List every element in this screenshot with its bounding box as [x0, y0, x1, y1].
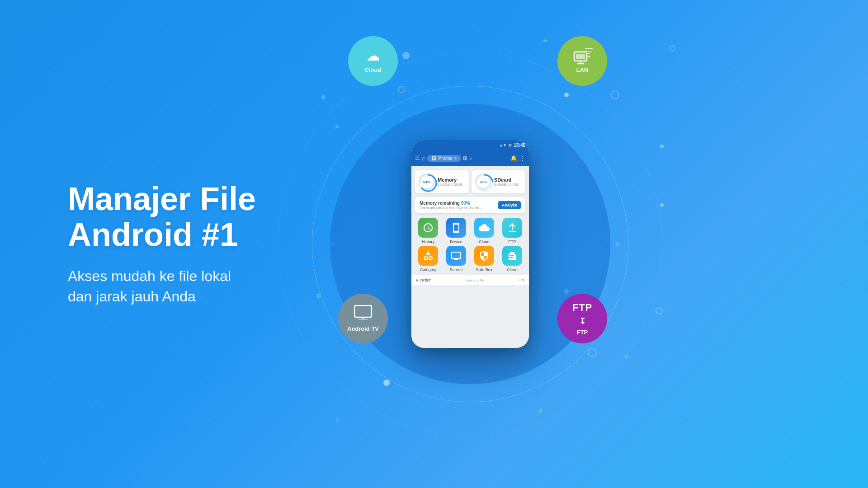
app-icon-device[interactable]: Device — [443, 218, 469, 244]
hamburger-icon[interactable]: ☰ — [415, 155, 420, 161]
phone-footer: Function delete a file × ♥ — [411, 275, 529, 285]
phone-toolbar: ☰ ⌂ 🖼 Photos × ⊞ ♪ 🔔 ⋮ — [411, 150, 529, 166]
sdcard-progress-circle: 21% — [475, 174, 491, 190]
sdcard-card: 21% SDcard 0.49GB / 64GB — [472, 170, 525, 193]
music-icon[interactable]: ♪ — [469, 155, 472, 161]
ftp-app-label: FTP — [509, 239, 516, 244]
analyze-button[interactable]: Analyze — [498, 201, 521, 209]
screen-label: Screen — [450, 267, 463, 272]
memory-cards-row: 64% Memory 16.8GB / 20GB 21% — [411, 166, 529, 197]
tv-icon — [354, 305, 372, 323]
phone-mockup: ▲▼ ≋ 15:45 ☰ ⌂ 🖼 Photos × ⊞ ♪ 🔔 ⋮ — [411, 140, 529, 348]
lan-corner-icon[interactable]: LAN — [557, 36, 607, 86]
cloud-corner-icon[interactable]: ☁ Cloud — [348, 36, 398, 86]
bell-icon[interactable]: 🔔 — [510, 155, 517, 161]
footer-function-label: Function — [416, 278, 432, 282]
cloud-app-icon-box — [474, 218, 494, 238]
ftp-icon: FTP — [572, 302, 593, 314]
memory-remaining-percent: 90% — [461, 201, 470, 206]
ftp-app-icon-box — [502, 218, 522, 238]
wifi-status-icon: ≋ — [508, 143, 512, 148]
memory-progress-circle: 64% — [419, 174, 435, 190]
category-icon-box — [418, 246, 438, 266]
memory-remaining-bar: Memory remaining 90% There are parts of … — [415, 197, 525, 213]
memory-size: 16.8GB / 20GB — [438, 183, 462, 187]
ftp-corner-icon[interactable]: FTP ↧ FTP — [557, 294, 607, 343]
photos-tab[interactable]: 🖼 Photos × — [427, 155, 461, 162]
app-icon-category[interactable]: Category — [415, 246, 441, 272]
svg-rect-4 — [354, 305, 372, 317]
sdcard-percent: 21% — [480, 180, 487, 184]
ftp-arrow-icon: ↧ — [579, 316, 586, 326]
sub-title-text: Akses mudah ke file lokaldan jarak jauh … — [68, 268, 231, 305]
sdcard-label: SDcard — [494, 177, 519, 183]
safebox-label: Safe Box — [476, 267, 493, 272]
app-icon-cloud[interactable]: Cloud — [471, 218, 497, 244]
android-tv-label: Android TV — [347, 325, 379, 332]
android-tv-corner-icon[interactable]: Android TV — [338, 294, 388, 343]
clean-label: Clean — [507, 267, 518, 272]
screen-icon-box — [446, 246, 466, 266]
signal-icon: ▲▼ — [500, 143, 507, 147]
sub-title: Akses mudah ke file lokaldan jarak jauh … — [68, 266, 256, 307]
more-icon[interactable]: ⋮ — [519, 155, 525, 162]
close-footer-icon[interactable]: × ♥ — [519, 278, 524, 282]
main-title-text: Manajer FileAndroid #1 — [68, 181, 256, 253]
main-title: Manajer FileAndroid #1 — [68, 181, 256, 253]
footer-hint: delete a file — [466, 278, 484, 282]
clean-icon-box — [502, 246, 522, 266]
phone-status-bar: ▲▼ ≋ 15:45 — [411, 140, 529, 150]
safebox-icon-box — [474, 246, 494, 266]
device-label: Device — [450, 239, 462, 244]
tab-label: Photos — [438, 156, 452, 161]
app-icon-clean[interactable]: Clean — [499, 246, 525, 272]
memory-remaining-label: Memory remaining 90% — [420, 201, 482, 206]
grid-icon[interactable]: ⊞ — [463, 155, 467, 161]
cloud-app-label: Cloud — [479, 239, 490, 244]
tab-icon: 🖼 — [432, 156, 436, 161]
memory-percent: 64% — [423, 180, 430, 184]
category-label: Category — [420, 267, 437, 272]
app-icon-screen[interactable]: Screen — [443, 246, 469, 272]
app-icon-safebox[interactable]: Safe Box — [471, 246, 497, 272]
app-icon-ftp[interactable]: FTP — [499, 218, 525, 244]
history-label: History — [422, 239, 434, 244]
cloud-icon: ☁ — [367, 49, 379, 64]
history-icon-box — [418, 218, 438, 238]
svg-rect-1 — [576, 54, 585, 59]
tab-close-icon[interactable]: × — [454, 156, 457, 161]
ftp-label: FTP — [577, 329, 588, 336]
memory-card: 64% Memory 16.8GB / 20GB — [415, 170, 469, 193]
app-icon-history[interactable]: History — [415, 218, 441, 244]
cloud-label: Cloud — [365, 66, 382, 73]
device-icon-box — [446, 218, 466, 238]
sdcard-size: 0.49GB / 64GB — [494, 183, 519, 187]
home-icon[interactable]: ⌂ — [422, 155, 425, 162]
status-time: 15:45 — [514, 143, 525, 148]
memory-label: Memory — [438, 177, 462, 183]
memory-remaining-sublabel: There are parts of the fragmented file..… — [420, 206, 482, 210]
phone-body: 64% Memory 16.8GB / 20GB 21% — [411, 166, 529, 348]
app-icons-grid: History Device Cloud — [411, 213, 529, 275]
